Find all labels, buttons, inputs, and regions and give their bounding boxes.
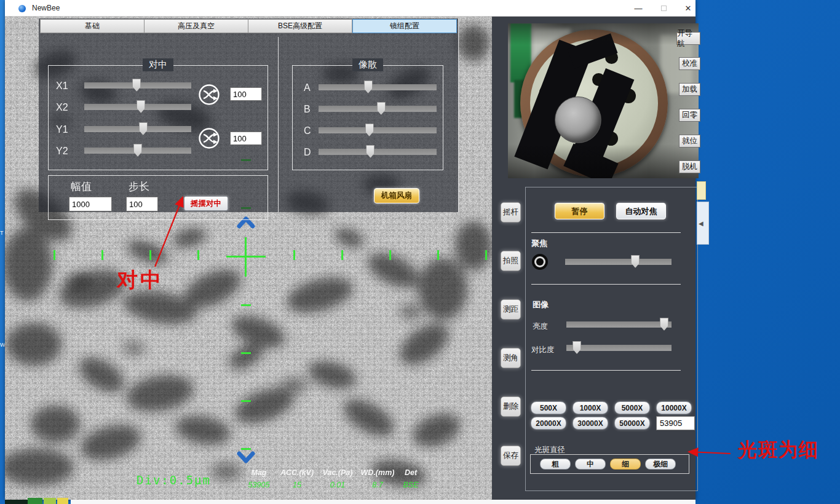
focus-slider[interactable] (565, 255, 672, 269)
panel-divider (278, 37, 279, 212)
annotation-centering-text: 对中 (117, 266, 164, 294)
astig-c-slider[interactable] (319, 124, 437, 137)
desktop: T W NewBee — ✕ (0, 0, 840, 504)
minimize-button[interactable]: — (628, 0, 648, 16)
slider-thumb[interactable] (139, 122, 148, 135)
wobble-centering-button[interactable]: 摇摆对中 (184, 196, 228, 211)
slider-thumb[interactable] (366, 145, 374, 158)
y-wobble-value-input[interactable] (230, 132, 262, 145)
slider-track[interactable] (319, 127, 437, 133)
slider-thumb[interactable] (137, 100, 145, 113)
slider-thumb[interactable] (364, 81, 373, 93)
slider-thumb[interactable] (365, 124, 374, 136)
tool-measure-distance-button[interactable]: 测距 (501, 299, 521, 320)
spot-ultrafine-button[interactable]: 极细 (645, 459, 676, 470)
brightness-slider[interactable] (566, 318, 672, 331)
slider-thumb[interactable] (132, 79, 141, 92)
nav-load-button[interactable]: 加载 (679, 83, 700, 96)
astig-b-slider[interactable] (319, 102, 437, 116)
hud-tick (485, 250, 487, 260)
shuffle-x-icon[interactable] (197, 83, 221, 106)
mag-50000x-button[interactable]: 50000X (614, 417, 650, 430)
astig-a-slider[interactable] (319, 81, 437, 94)
astigmatism-group-title: 像散 (352, 58, 383, 71)
slider-track[interactable] (319, 149, 437, 155)
slider-thumb[interactable] (660, 318, 668, 331)
shuffle-y-icon[interactable] (197, 127, 221, 150)
mag-20000x-button[interactable]: 20000X (531, 417, 566, 430)
pause-button[interactable]: 暂停 (555, 203, 604, 219)
slider-label-c: C (304, 125, 311, 136)
tab-bse-advanced[interactable]: BSE高级配置 (248, 19, 352, 33)
centering-group-title: 对中 (143, 58, 173, 71)
x-wobble-value-input[interactable] (230, 87, 262, 101)
step-input[interactable] (126, 197, 158, 211)
mag-10000x-button[interactable]: 10000X (656, 401, 692, 414)
slider-track[interactable] (84, 126, 191, 132)
tab-basic[interactable]: 基础 (40, 19, 145, 33)
astig-d-slider[interactable] (319, 145, 437, 159)
x1-slider[interactable] (84, 79, 191, 92)
y1-slider[interactable] (84, 122, 191, 136)
nav-open-navigation-button[interactable]: 开导航 (676, 32, 700, 45)
desktop-icon-label-fragment: T (0, 230, 4, 236)
slider-label-y1: Y1 (56, 124, 68, 135)
slider-track[interactable] (566, 321, 672, 328)
titlebar[interactable]: NewBee — ✕ (5, 0, 695, 17)
slider-track[interactable] (319, 84, 437, 90)
collapse-arrow-icon[interactable]: ◀ (699, 220, 703, 227)
chassis-fan-button[interactable]: 机箱风扇 (374, 188, 419, 203)
amplitude-label: 幅值 (71, 179, 92, 194)
spot-fine-button[interactable]: 细 (610, 459, 641, 470)
slider-thumb[interactable] (377, 102, 386, 115)
close-button[interactable]: ✕ (678, 0, 698, 16)
contrast-slider[interactable] (566, 341, 672, 355)
chamber-camera-view (508, 23, 699, 178)
centering-group: 对中 X1 X2 Y1 Y2 (48, 65, 268, 170)
tab-hv-vacuum[interactable]: 高压及真空 (145, 19, 248, 33)
mag-custom-input[interactable] (656, 416, 695, 430)
window-title: NewBee (32, 4, 60, 12)
readout-mag: Mag53905 (243, 468, 275, 489)
sem-image-viewport[interactable]: Div:0.5μm Mag53905 ACC.(kV)15 Vac.(Pa)0.… (5, 17, 492, 500)
y2-slider[interactable] (84, 144, 191, 157)
hud-tick (241, 352, 251, 354)
mag-500x-button[interactable]: 500X (531, 401, 566, 414)
divider (531, 370, 681, 371)
spot-medium-button[interactable]: 中 (575, 459, 606, 470)
right-panel: 开导航 校准 加载 回零 就位 脱机 摇杆 拍照 测距 测角 删除 保存 暂停 … (492, 17, 695, 500)
slider-track[interactable] (566, 345, 672, 351)
spot-coarse-button[interactable]: 粗 (540, 459, 571, 470)
tool-delete-button[interactable]: 删除 (501, 396, 521, 417)
readout-wd: WD.(mm)8.7 (357, 468, 398, 489)
slider-track[interactable] (565, 259, 672, 265)
background-panel-sliver: ◀ (697, 202, 709, 245)
tool-save-button[interactable]: 保存 (501, 446, 521, 466)
step-label: 步长 (129, 179, 149, 194)
nav-home-button[interactable]: 回零 (679, 109, 700, 122)
divider (531, 232, 681, 233)
autofocus-button[interactable]: 自动对焦 (616, 203, 666, 219)
nav-in-position-button[interactable]: 就位 (679, 135, 700, 148)
hud-tick (241, 400, 251, 402)
mag-1000x-button[interactable]: 1000X (573, 401, 608, 414)
tool-joystick-button[interactable]: 摇杆 (501, 202, 521, 222)
slider-thumb[interactable] (133, 144, 142, 157)
slider-label-a: A (304, 82, 311, 93)
hud-tick (437, 250, 439, 260)
tab-lens-config[interactable]: 镜组配置 (352, 19, 457, 33)
mag-5000x-button[interactable]: 5000X (614, 401, 650, 414)
amplitude-input[interactable] (69, 197, 112, 211)
focus-target-icon[interactable] (532, 254, 548, 270)
x2-slider[interactable] (84, 100, 191, 114)
hud-tick (197, 250, 199, 260)
tool-snapshot-button[interactable]: 拍照 (501, 251, 521, 271)
tool-measure-angle-button[interactable]: 测角 (501, 348, 521, 368)
nav-offline-button[interactable]: 脱机 (679, 160, 700, 173)
slider-thumb[interactable] (573, 341, 581, 354)
nav-calibrate-button[interactable]: 校准 (679, 57, 700, 70)
hud-tick (293, 250, 295, 260)
mag-30000x-button[interactable]: 30000X (573, 417, 608, 430)
slider-thumb[interactable] (631, 255, 640, 268)
maximize-button[interactable] (654, 0, 673, 16)
